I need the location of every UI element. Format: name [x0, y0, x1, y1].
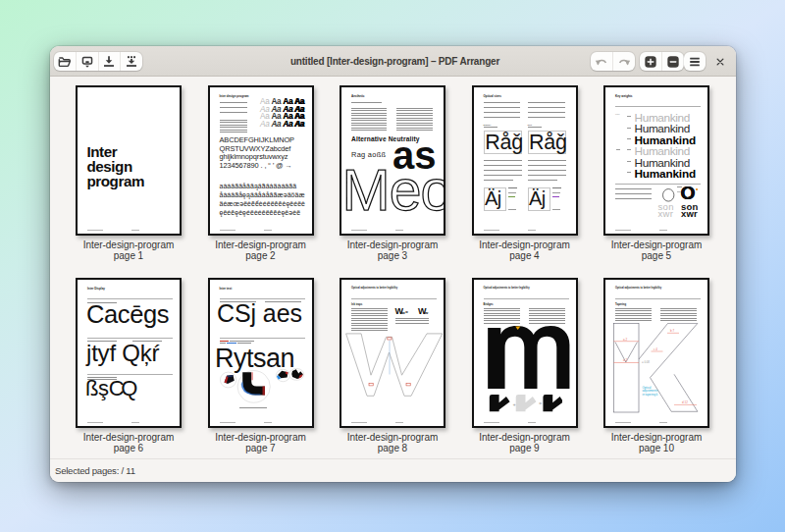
svg-text:b 7: b 7: [670, 329, 675, 333]
svg-text:d 12: d 12: [682, 400, 688, 404]
svg-text:in tapering k: in tapering k: [643, 392, 658, 396]
svg-text:a 2: a 2: [623, 358, 628, 362]
svg-text:= 0.08: = 0.08: [642, 359, 650, 363]
svg-text:=: =: [539, 401, 542, 406]
svg-text:c 4: c 4: [654, 346, 657, 350]
svg-text:a 2: a 2: [623, 337, 628, 341]
